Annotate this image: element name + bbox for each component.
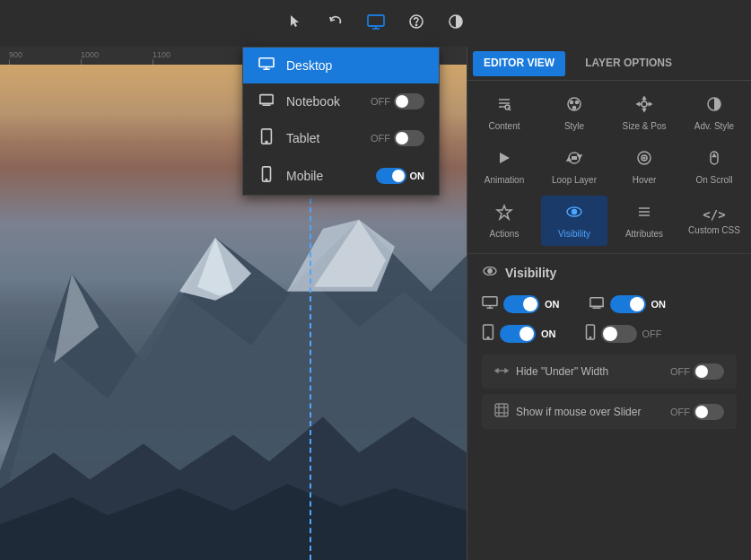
- svg-marker-53: [500, 153, 510, 163]
- svg-marker-48: [643, 97, 646, 100]
- desktop-visibility-toggle-item: ON: [482, 295, 560, 313]
- desktop-vis-toggle[interactable]: [503, 295, 539, 313]
- on-scroll-icon: [705, 149, 723, 171]
- tablet-toggle-off: OFF: [371, 130, 424, 146]
- content-label: Content: [488, 121, 520, 131]
- ruler-mark: 1000: [81, 50, 126, 65]
- show-if-mouse-over-slider-row[interactable]: Show if mouse over Slider OFF: [482, 394, 737, 429]
- notebook-visibility-toggle-item: ON: [589, 295, 667, 313]
- mobile-visibility-toggle-item: OFF: [585, 324, 662, 344]
- device-dropdown-menu: Desktop Notebook OFF Tablet OFF: [242, 47, 440, 196]
- option-size-pos[interactable]: Size & Pos: [611, 88, 677, 138]
- ruler-mark: 1100: [153, 50, 197, 65]
- editor-view-tab[interactable]: EDITOR VIEW: [473, 51, 565, 76]
- loop-layer-label: Loop Layer: [552, 175, 597, 185]
- dropdown-item-notebook[interactable]: Notebook OFF: [243, 83, 439, 119]
- dropdown-item-desktop[interactable]: Desktop: [243, 48, 439, 83]
- svg-point-80: [589, 337, 590, 338]
- option-visibility[interactable]: Visibility: [541, 196, 607, 246]
- animation-label: Animation: [485, 175, 524, 185]
- svg-rect-10: [368, 15, 384, 26]
- mobile-vis-toggle[interactable]: [601, 325, 637, 343]
- notebook-vis-toggle[interactable]: [610, 295, 646, 313]
- svg-point-78: [487, 337, 489, 338]
- visibility-toggle-row-1: ON ON: [482, 295, 737, 313]
- option-style[interactable]: Style: [541, 88, 607, 138]
- option-hover[interactable]: Hover: [611, 142, 677, 192]
- hide-under-width-row[interactable]: Hide "Under" Width OFF: [482, 354, 737, 389]
- svg-point-40: [571, 101, 573, 104]
- option-actions[interactable]: Actions: [471, 196, 537, 246]
- size-pos-label: Size & Pos: [623, 121, 667, 131]
- svg-marker-9: [291, 15, 299, 27]
- tablet-vis-toggle[interactable]: [500, 325, 536, 343]
- dropdown-mobile-label: Mobile: [286, 169, 365, 183]
- size-pos-icon: [635, 95, 653, 118]
- svg-marker-51: [650, 103, 652, 106]
- contrast-icon[interactable]: [444, 10, 467, 38]
- svg-rect-56: [572, 156, 577, 160]
- attributes-label: Attributes: [625, 229, 663, 239]
- mouse-over-slider-icon: [494, 403, 509, 420]
- notebook-toggle-off: OFF: [371, 93, 424, 109]
- actions-icon: [495, 203, 513, 225]
- mobile-toggle[interactable]: [376, 168, 406, 184]
- help-icon[interactable]: [405, 10, 428, 38]
- mobile-vis-off-label: OFF: [642, 328, 662, 339]
- tablet-visibility-toggle-item: ON: [482, 324, 556, 344]
- option-adv-style[interactable]: Adv. Style: [681, 88, 747, 138]
- dropdown-item-mobile[interactable]: Mobile ON: [243, 157, 439, 195]
- option-custom-css[interactable]: </> Custom CSS: [681, 196, 747, 246]
- dropdown-item-tablet[interactable]: Tablet OFF: [243, 119, 439, 157]
- loop-layer-icon: [565, 149, 583, 171]
- svg-rect-16: [259, 58, 274, 67]
- svg-rect-84: [495, 404, 508, 416]
- visibility-title: Visibility: [505, 266, 556, 280]
- eye-icon: [482, 265, 498, 281]
- show-mouse-over-toggle-container: OFF: [670, 404, 724, 420]
- hide-under-width-toggle-container: OFF: [670, 363, 724, 380]
- hide-under-width-icon: [494, 364, 509, 379]
- svg-point-38: [505, 105, 510, 109]
- svg-marker-82: [495, 369, 498, 372]
- option-content[interactable]: Content: [471, 88, 537, 138]
- option-attributes[interactable]: Attributes: [611, 196, 677, 246]
- svg-marker-55: [567, 158, 571, 161]
- desktop-icon: [258, 57, 275, 74]
- svg-point-41: [576, 101, 579, 104]
- dropdown-notebook-label: Notebook: [286, 94, 360, 109]
- option-loop-layer[interactable]: Loop Layer: [541, 142, 607, 192]
- show-mouse-over-toggle[interactable]: [694, 404, 724, 420]
- cursor-tool-icon[interactable]: [284, 10, 308, 38]
- custom-css-label: Custom CSS: [688, 225, 740, 235]
- svg-rect-71: [483, 297, 497, 306]
- notebook-vis-on-label: ON: [651, 299, 667, 310]
- panel-view-tabs: EDITOR VIEW LAYER OPTIONS: [467, 47, 751, 81]
- option-animation[interactable]: Animation: [471, 142, 537, 192]
- panel-options-grid: Content Style: [467, 81, 751, 254]
- tablet-vis-icon: [482, 324, 494, 344]
- style-icon: [565, 95, 583, 118]
- hide-under-width-off-label: OFF: [670, 366, 690, 377]
- svg-marker-54: [578, 155, 581, 158]
- undo-icon[interactable]: [324, 10, 347, 38]
- notebook-toggle[interactable]: [394, 93, 424, 109]
- svg-point-70: [488, 269, 492, 273]
- option-on-scroll[interactable]: On Scroll: [681, 142, 747, 192]
- tablet-icon: [258, 128, 275, 148]
- show-mouse-over-off-label: OFF: [670, 407, 690, 417]
- svg-rect-74: [589, 298, 602, 307]
- mobile-vis-icon: [585, 324, 596, 344]
- layer-options-tab[interactable]: LAYER OPTIONS: [571, 51, 686, 75]
- device-selector-icon[interactable]: [363, 10, 389, 38]
- visibility-label: Visibility: [558, 229, 590, 239]
- desktop-vis-icon: [482, 295, 498, 313]
- svg-point-43: [642, 101, 647, 107]
- tablet-toggle[interactable]: [394, 130, 424, 146]
- dropdown-tablet-label: Tablet: [286, 131, 360, 145]
- hover-label: Hover: [633, 175, 657, 185]
- mobile-icon: [258, 166, 275, 186]
- hide-under-width-toggle[interactable]: [694, 363, 724, 380]
- svg-marker-49: [643, 109, 646, 112]
- ruler-mark: 900: [9, 50, 54, 65]
